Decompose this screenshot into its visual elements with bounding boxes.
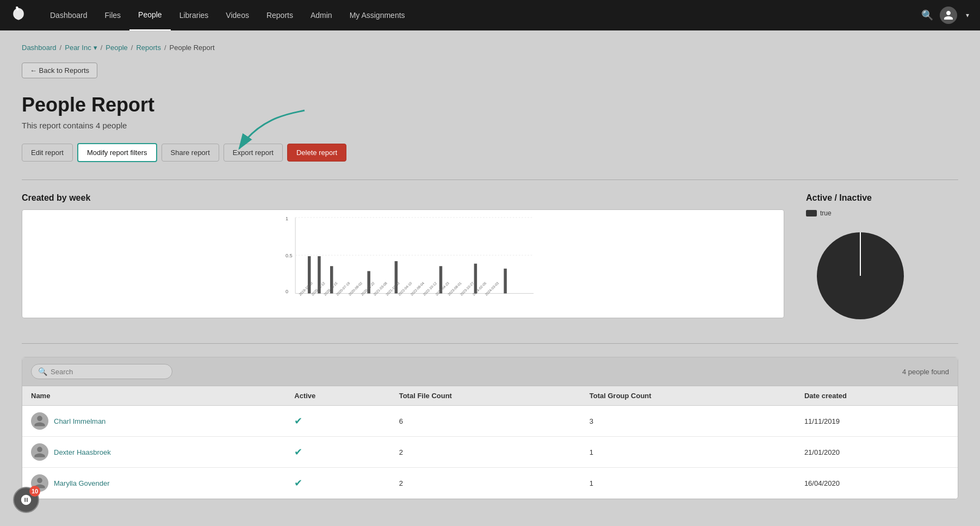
main-content: Dashboard / Pear Inc ▾ / People / Report…: [0, 30, 980, 526]
group-count-cell: 1: [581, 468, 796, 499]
avatar: [31, 443, 48, 461]
notification-count: 10: [29, 486, 40, 497]
person-link[interactable]: Charl Immelman: [54, 417, 106, 425]
delete-report-button[interactable]: Delete report: [287, 144, 346, 162]
breadcrumb-people[interactable]: People: [106, 44, 127, 52]
nav-my-assignments[interactable]: My Assignments: [341, 0, 414, 30]
breadcrumb-sep-3: /: [131, 44, 133, 52]
table-row: Charl Immelman ✔ 6 3 11/11/2019: [22, 406, 958, 437]
date-cell: 21/01/2020: [796, 437, 958, 468]
date-cell: 11/11/2019: [796, 406, 958, 437]
nav-dashboard[interactable]: Dashboard: [41, 0, 96, 30]
bar-chart-title: Created by week: [22, 193, 784, 203]
person-name-cell: Charl Immelman: [22, 406, 286, 437]
top-nav: Dashboard Files People Libraries Videos …: [0, 0, 980, 30]
person-name-cell: Marylla Govender: [22, 468, 286, 499]
share-report-button[interactable]: Share report: [162, 144, 219, 162]
file-count-cell: 2: [390, 468, 581, 499]
group-count-cell: 1: [581, 437, 796, 468]
pie-legend-box: [806, 210, 817, 216]
bar-chart: 1 0.5 0: [22, 209, 784, 318]
active-cell: ✔: [286, 468, 390, 499]
edit-report-button[interactable]: Edit report: [22, 144, 73, 162]
active-check-icon: ✔: [294, 416, 302, 426]
pear-inc-chevron-icon: ▾: [94, 44, 97, 52]
svg-text:1: 1: [286, 216, 288, 221]
active-cell: ✔: [286, 406, 390, 437]
table-row: Marylla Govender ✔ 2 1 16/04/2020: [22, 468, 958, 499]
svg-text:0.5: 0.5: [286, 253, 293, 258]
app-logo[interactable]: [11, 7, 28, 24]
file-count-cell: 2: [390, 437, 581, 468]
svg-rect-16: [504, 269, 506, 294]
export-report-button[interactable]: Export report: [224, 144, 283, 162]
breadcrumb-pear-inc[interactable]: Pear Inc ▾: [65, 44, 97, 52]
page-title: People Report: [22, 94, 958, 116]
active-check-icon: ✔: [294, 447, 302, 457]
breadcrumb-sep-2: /: [101, 44, 103, 52]
nav-libraries[interactable]: Libraries: [171, 0, 218, 30]
section-divider-1: [22, 180, 958, 180]
table-body: Charl Immelman ✔ 6 3 11/11/2019 D: [22, 406, 958, 499]
col-group-count: Total Group Count: [581, 386, 796, 406]
bar-chart-svg: 1 0.5 0: [40, 216, 779, 296]
pie-chart-title: Active / Inactive: [806, 193, 872, 203]
nav-admin[interactable]: Admin: [302, 0, 341, 30]
breadcrumb: Dashboard / Pear Inc ▾ / People / Report…: [22, 44, 958, 52]
modify-filters-button[interactable]: Modify report filters: [77, 143, 157, 162]
pie-legend-label: true: [820, 209, 832, 217]
table-section: 🔍 4 people found Name Active Total File …: [22, 357, 958, 499]
search-icon[interactable]: 🔍: [921, 9, 933, 21]
table-header: Name Active Total File Count Total Group…: [22, 386, 958, 406]
table-search-wrap: 🔍: [31, 364, 172, 379]
svg-text:0: 0: [286, 289, 288, 294]
table-search-icon: 🔍: [38, 367, 47, 376]
nav-right: 🔍 ▾: [921, 7, 969, 24]
pie-legend: true: [806, 209, 832, 217]
section-divider-2: [22, 343, 958, 344]
nav-links: Dashboard Files People Libraries Videos …: [41, 0, 921, 30]
table-toolbar: 🔍 4 people found: [22, 357, 958, 386]
nav-videos[interactable]: Videos: [217, 0, 258, 30]
table-row: Dexter Haasbroek ✔ 2 1 21/01/2020: [22, 437, 958, 468]
bar-chart-container: Created by week 1 0.5 0: [22, 193, 784, 318]
action-buttons-row: Edit report Modify report filters Share …: [22, 143, 958, 162]
pie-chart-container: Active / Inactive true: [806, 193, 958, 330]
breadcrumb-current: People Report: [170, 44, 215, 52]
col-name: Name: [22, 386, 286, 406]
user-menu-chevron[interactable]: ▾: [966, 11, 969, 19]
notification-wrap: 10: [13, 487, 39, 513]
col-file-count: Total File Count: [390, 386, 581, 406]
nav-reports[interactable]: Reports: [258, 0, 302, 30]
avatar: [31, 412, 48, 430]
file-count-cell: 6: [390, 406, 581, 437]
group-count-cell: 3: [581, 406, 796, 437]
active-check-icon: ✔: [294, 478, 302, 488]
notification-button[interactable]: 10: [13, 487, 39, 513]
pie-chart-svg-wrap: [806, 221, 915, 330]
people-table: Name Active Total File Count Total Group…: [22, 386, 958, 499]
breadcrumb-dashboard[interactable]: Dashboard: [22, 44, 57, 52]
nav-people[interactable]: People: [129, 0, 171, 30]
table-people-count: 4 people found: [902, 368, 949, 376]
breadcrumb-sep-4: /: [164, 44, 166, 52]
person-link[interactable]: Marylla Govender: [54, 479, 110, 487]
page-subtitle: This report contains 4 people: [22, 121, 958, 130]
user-avatar[interactable]: [940, 7, 957, 24]
active-cell: ✔: [286, 437, 390, 468]
table-search-input[interactable]: [51, 368, 165, 376]
col-active: Active: [286, 386, 390, 406]
date-cell: 16/04/2020: [796, 468, 958, 499]
col-date: Date created: [796, 386, 958, 406]
person-link[interactable]: Dexter Haasbroek: [54, 448, 111, 456]
breadcrumb-reports[interactable]: Reports: [136, 44, 161, 52]
person-name-cell: Dexter Haasbroek: [22, 437, 286, 468]
charts-row: Created by week 1 0.5 0: [22, 193, 958, 330]
pie-chart-svg: [806, 221, 915, 330]
nav-files[interactable]: Files: [96, 0, 130, 30]
breadcrumb-sep-1: /: [60, 44, 62, 52]
back-to-reports-button[interactable]: ← Back to Reports: [22, 63, 97, 78]
